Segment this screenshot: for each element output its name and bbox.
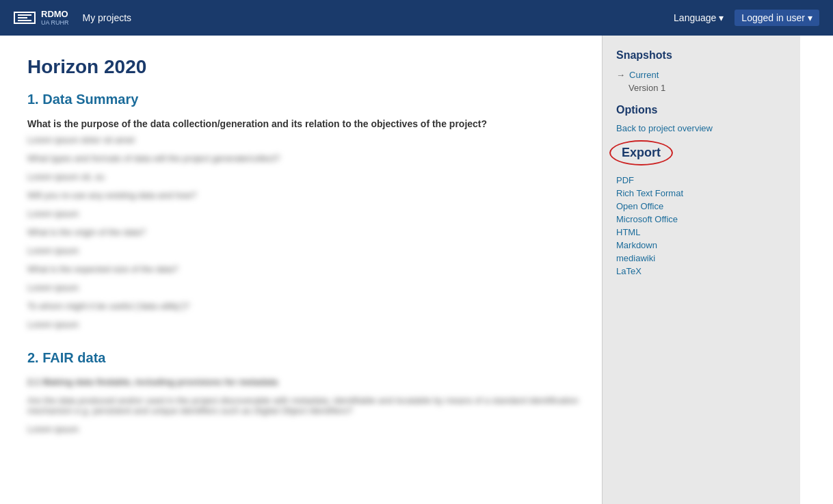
- user-menu-button[interactable]: Logged in user ▾: [735, 10, 819, 26]
- answer4: Lorem ipsum: [27, 246, 581, 256]
- my-projects-link[interactable]: My projects: [83, 12, 132, 23]
- logo-icon: [14, 12, 36, 24]
- top-navbar: RDMO UA RUHR My projects Language ▾ Logg…: [0, 0, 833, 36]
- answer2: Lorem ipsum sit, su: [27, 172, 581, 182]
- logo-area: RDMO UA RUHR: [14, 10, 69, 26]
- language-label: Language: [674, 12, 716, 23]
- export-link-microsoft-office[interactable]: Microsoft Office: [616, 214, 786, 224]
- question5: What is the expected size of the data?: [27, 264, 581, 274]
- question1-text: What is the purpose of the data collecti…: [27, 118, 581, 129]
- language-button[interactable]: Language ▾: [674, 12, 724, 23]
- section1-title: 1. Data Summary: [27, 92, 581, 107]
- project-title: Horizon 2020: [27, 56, 581, 78]
- body-blurred2: Lorem ipsum: [27, 424, 581, 434]
- export-link-latex[interactable]: LaTeX: [616, 266, 786, 276]
- page-layout: Horizon 2020 1. Data Summary What is the…: [0, 36, 833, 504]
- export-section: Export: [616, 144, 666, 161]
- section2-title: 2. FAIR data: [27, 350, 581, 366]
- chevron-down-icon: ▾: [719, 12, 724, 23]
- export-label: Export: [616, 144, 666, 161]
- sidebar: Snapshots → Current Version 1 Options Ba…: [602, 36, 800, 504]
- answer6: Lorem ipsum: [27, 319, 581, 330]
- export-link-open-office[interactable]: Open Office: [616, 201, 786, 211]
- question3: Will you re-use any existing data and ho…: [27, 190, 581, 200]
- snapshot-version: Version 1: [629, 83, 786, 93]
- snapshot-current-link[interactable]: Current: [629, 70, 659, 80]
- snapshots-title: Snapshots: [616, 49, 786, 62]
- export-link-mediawiki[interactable]: mediawiki: [616, 253, 786, 263]
- export-link-pdf[interactable]: PDF: [616, 175, 786, 185]
- export-link-rich-text-format[interactable]: Rich Text Format: [616, 188, 786, 198]
- answer1: Lorem ipsum dolor sit amet: [27, 135, 581, 145]
- snapshot-arrow: →: [616, 70, 625, 80]
- subsection2-1: 2.1 Making data findable, including prov…: [27, 377, 581, 387]
- question2: What types and formats of data will the …: [27, 153, 581, 163]
- answer5: Lorem ipsum: [27, 282, 581, 293]
- main-content: Horizon 2020 1. Data Summary What is the…: [0, 36, 602, 504]
- export-link-html[interactable]: HTML: [616, 227, 786, 237]
- logo-text-block: RDMO UA RUHR: [41, 10, 69, 26]
- export-link-markdown[interactable]: Markdown: [616, 240, 786, 250]
- logo-rdmo: RDMO: [41, 10, 69, 19]
- question4: What is the origin of the data?: [27, 227, 581, 237]
- section-divider: 2. FAIR data 2.1 Making data findable, i…: [27, 350, 581, 434]
- snapshot-current-item: → Current: [616, 70, 786, 80]
- chevron-down-icon: ▾: [808, 12, 812, 23]
- options-title: Options: [616, 104, 786, 116]
- export-links: PDFRich Text FormatOpen OfficeMicrosoft …: [616, 175, 786, 276]
- question6: To whom might it be useful ('data utilit…: [27, 301, 581, 311]
- header-left: RDMO UA RUHR My projects: [14, 10, 131, 26]
- answer3: Lorem ipsum: [27, 209, 581, 219]
- logo-ua-ruhr: UA RUHR: [41, 19, 69, 26]
- user-label: Logged in user: [741, 12, 805, 23]
- body-blurred: Are the data produced and/or used in the…: [27, 395, 581, 416]
- header-right: Language ▾ Logged in user ▾: [674, 10, 819, 26]
- back-to-project-link[interactable]: Back to project overview: [616, 123, 786, 133]
